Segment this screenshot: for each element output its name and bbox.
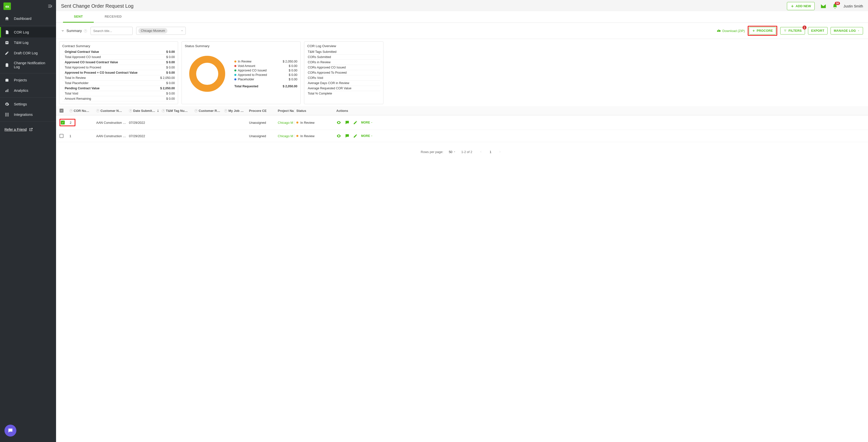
col-cor-num[interactable]: ?COR Nu… bbox=[69, 109, 96, 113]
tab-sent[interactable]: SENT bbox=[63, 11, 94, 23]
sidebar-item-analytics[interactable]: Analytics bbox=[0, 85, 56, 96]
gear-icon bbox=[4, 102, 9, 107]
procore-highlight-box: PROCORE bbox=[748, 26, 777, 36]
col-job[interactable]: ?My Job … bbox=[224, 109, 249, 113]
svg-rect-7 bbox=[7, 113, 7, 114]
svg-rect-9 bbox=[5, 114, 6, 115]
project-select[interactable]: Chicago Museum bbox=[136, 27, 186, 35]
overview-card: COR Log Overview T&M Tags SubmittedCORs … bbox=[304, 41, 383, 104]
export-button[interactable]: EXPORT bbox=[808, 27, 828, 34]
filters-button[interactable]: FILTERS 1 bbox=[780, 27, 805, 34]
card-title: Contract Summary bbox=[62, 44, 175, 48]
add-new-button[interactable]: ADD NEW bbox=[787, 2, 815, 10]
filter-icon bbox=[783, 29, 787, 32]
col-customer[interactable]: ?Customer N… bbox=[96, 109, 129, 113]
table-row[interactable]: 1 AAN Construction … 07/29/2022 Unassign… bbox=[56, 130, 868, 142]
status-summary-card: Status Summary In Review$ 2,050.00Void A… bbox=[182, 41, 301, 104]
edit-icon[interactable] bbox=[353, 134, 358, 138]
cell-project-link[interactable]: Chicago M bbox=[278, 121, 294, 125]
cell-cor-num: 1 bbox=[69, 134, 96, 138]
sidebar-item-draft-cor[interactable]: Draft COR Log bbox=[0, 48, 56, 58]
manage-log-button[interactable]: MANAGE LOG bbox=[831, 27, 863, 34]
svg-rect-2 bbox=[6, 43, 8, 43]
download-zip-link[interactable]: Download (ZIP) bbox=[716, 29, 745, 33]
select-all-checkbox[interactable]: − bbox=[60, 108, 63, 113]
cor-table: − ?COR Nu… ?Customer N… ?Date Submit… ?T… bbox=[56, 106, 868, 442]
cell-customer: AAN Construction … bbox=[96, 134, 129, 138]
overview-row: T&M Tags Submitted bbox=[307, 50, 380, 55]
sidebar: ex Dashboard COR Log T&M Log Draft COR L… bbox=[0, 0, 56, 442]
col-date[interactable]: ?Date Submit… bbox=[129, 109, 162, 113]
bar-chart-icon bbox=[4, 88, 9, 93]
topbar: Sent Change Order Request Log ADD NEW 34… bbox=[56, 0, 868, 11]
legend-row: Placeholder$ 0.00 bbox=[235, 77, 297, 82]
pagination-bar: Rows per page: 50 1-2 of 2 1 bbox=[56, 142, 868, 158]
svg-rect-6 bbox=[5, 113, 6, 114]
cell-project-link[interactable]: Chicago M bbox=[278, 134, 294, 138]
contract-summary-row: Approved to Proceed + CO Issued Contract… bbox=[62, 70, 175, 75]
tab-received[interactable]: RECEIVED bbox=[94, 11, 133, 23]
sidebar-item-integrations[interactable]: Integrations bbox=[0, 109, 56, 120]
sidebar-item-label: Change Notification Log bbox=[14, 61, 52, 69]
overview-row: CORs Approved CO Issued bbox=[307, 65, 380, 70]
view-icon[interactable] bbox=[336, 133, 341, 138]
refer-friend-link[interactable]: Refer a Friend bbox=[0, 124, 56, 135]
overview-row: Average Requested COR Value bbox=[307, 86, 380, 91]
next-page-button[interactable] bbox=[497, 150, 503, 154]
table-header-row: − ?COR Nu… ?Customer N… ?Date Submit… ?T… bbox=[56, 106, 868, 115]
sidebar-item-dashboard[interactable]: Dashboard bbox=[0, 13, 56, 24]
col-status[interactable]: Status bbox=[294, 109, 336, 113]
svg-rect-4 bbox=[7, 90, 7, 92]
search-input[interactable] bbox=[91, 27, 133, 35]
chat-widget[interactable] bbox=[4, 424, 17, 437]
comment-icon[interactable] bbox=[345, 133, 350, 138]
cell-procore-ce: Unassigned bbox=[249, 121, 278, 125]
donut-chart bbox=[185, 51, 229, 96]
prev-page-button[interactable] bbox=[478, 150, 484, 154]
sidebar-item-cor-log[interactable]: COR Log bbox=[0, 27, 56, 37]
col-tag[interactable]: ?T&M Tag Nu… bbox=[162, 109, 194, 113]
collapse-sidebar-icon[interactable] bbox=[48, 4, 53, 9]
col-project[interactable]: Project Na bbox=[278, 109, 294, 113]
current-page: 1 bbox=[490, 150, 491, 154]
procore-button[interactable]: PROCORE bbox=[749, 27, 776, 34]
rows-per-page-select[interactable]: 50 bbox=[449, 150, 456, 154]
grid-icon bbox=[4, 112, 9, 117]
plus-icon bbox=[790, 4, 794, 8]
notification-bell[interactable]: 34 bbox=[832, 3, 838, 9]
dropdown-icon bbox=[181, 29, 184, 32]
sidebar-item-change-notification[interactable]: Change Notification Log bbox=[0, 58, 56, 72]
sidebar-item-settings[interactable]: Settings bbox=[0, 99, 56, 109]
clipboard-icon bbox=[4, 63, 9, 67]
overview-row: CORs Submitted bbox=[307, 55, 380, 60]
view-icon[interactable] bbox=[336, 120, 341, 125]
svg-rect-5 bbox=[8, 89, 8, 92]
cell-customer: AAN Construction … bbox=[96, 121, 129, 125]
col-procore-ce[interactable]: Procore CE bbox=[249, 109, 278, 113]
tabs-bar: SENT RECEIVED bbox=[56, 11, 868, 23]
sidebar-item-tm-log[interactable]: T&M Log bbox=[0, 37, 56, 48]
comment-icon[interactable] bbox=[345, 120, 350, 125]
summary-toggle[interactable]: Summary ? bbox=[61, 29, 87, 33]
contract-summary-card: Contract Summary Original Contract Value… bbox=[59, 41, 178, 104]
col-ref[interactable]: ?Customer R… bbox=[194, 109, 224, 113]
more-button[interactable]: MORE bbox=[361, 121, 373, 124]
rows-per-page-label: Rows per page: bbox=[421, 150, 443, 154]
more-button[interactable]: MORE bbox=[361, 134, 373, 138]
contract-summary-row: Amount Remaining$ 0.00 bbox=[62, 96, 175, 101]
row-checkbox[interactable] bbox=[60, 134, 63, 138]
edit-icon[interactable] bbox=[353, 120, 358, 125]
username-label[interactable]: Justin Smith bbox=[843, 4, 863, 8]
help-icon[interactable]: ? bbox=[84, 29, 87, 32]
sidebar-item-label: T&M Log bbox=[14, 41, 29, 45]
summary-cards: Contract Summary Original Contract Value… bbox=[56, 39, 868, 106]
row-checkbox[interactable]: ✓ bbox=[61, 121, 65, 125]
sidebar-item-projects[interactable]: Projects bbox=[0, 75, 56, 85]
svg-rect-11 bbox=[8, 114, 9, 115]
contract-summary-row: Pending Contract Value$ 2,050.00 bbox=[62, 86, 175, 91]
mail-icon[interactable] bbox=[820, 3, 827, 9]
legend-row: Void Amount$ 0.00 bbox=[235, 64, 297, 68]
legend-row: Approved to Proceed$ 0.00 bbox=[235, 73, 297, 77]
table-row[interactable]: ✓2 AAN Construction … 07/29/2022 Unassig… bbox=[56, 115, 868, 130]
overview-row: CORs in Review bbox=[307, 60, 380, 65]
